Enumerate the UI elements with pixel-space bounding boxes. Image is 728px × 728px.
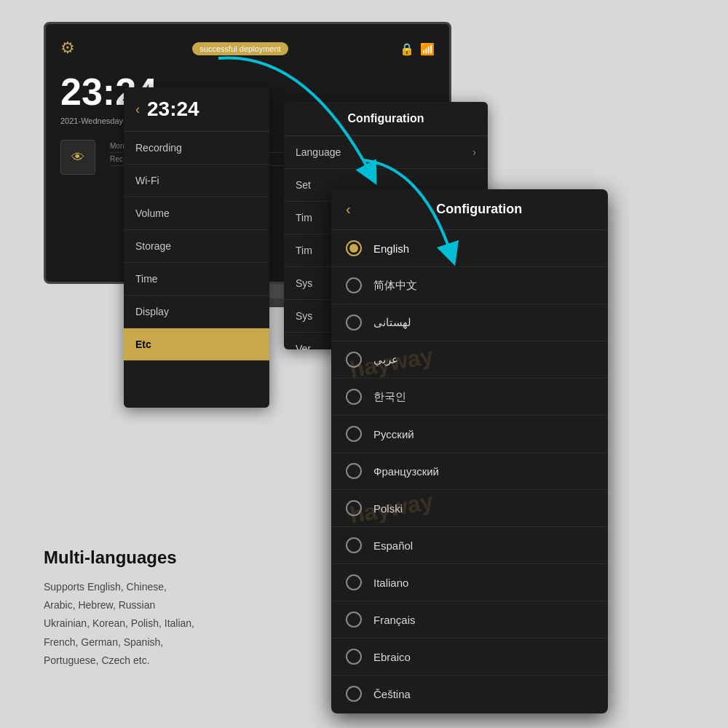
lang-item[interactable]: عربي	[331, 341, 608, 379]
lang-name-label: English	[373, 242, 409, 255]
lang-name-label: 한국인	[373, 390, 406, 404]
menu-item-storage[interactable]: Storage	[124, 230, 269, 263]
lang-item[interactable]: Ebraico	[331, 638, 608, 676]
bottom-description: Supports English, Chinese,Arabic, Hebrew…	[44, 578, 291, 670]
lang-name-label: عربي	[373, 353, 398, 366]
settings-time: 23:24	[147, 98, 199, 121]
lang-name-label: Французский	[373, 465, 439, 478]
lang-name-label: Italiano	[373, 577, 408, 589]
lang-name-label: Français	[373, 614, 416, 626]
lang-panel-title: Configuration	[365, 202, 593, 217]
config-sys1-label: Sys	[296, 277, 312, 289]
radio-button	[346, 314, 362, 331]
radio-button	[346, 649, 362, 665]
radio-button	[346, 500, 362, 516]
menu-item-time[interactable]: Time	[124, 263, 269, 296]
config-set-label: Set	[296, 179, 311, 191]
settings-header: ‹ 23:24	[124, 87, 269, 132]
bottom-title: Multi-languages	[44, 547, 291, 568]
settings-back-icon[interactable]: ‹	[135, 102, 140, 117]
lang-item[interactable]: English	[331, 230, 608, 267]
lang-item[interactable]: Французский	[331, 453, 608, 490]
lang-name-label: Ebraico	[373, 651, 411, 663]
radio-button	[346, 537, 362, 553]
bottom-text-section: Multi-languages Supports English, Chines…	[44, 547, 291, 670]
menu-item-volume[interactable]: Volume	[124, 197, 269, 230]
settings-menu-list: Recording Wi-Fi Volume Storage Time Disp…	[124, 132, 269, 361]
monitor-thumb: 👁	[60, 140, 95, 175]
lang-item[interactable]: 한국인	[331, 379, 608, 416]
lang-name-label: Čeština	[373, 688, 411, 700]
config-item-language[interactable]: Language ›	[284, 136, 488, 169]
lang-name-label: 简体中文	[373, 279, 417, 293]
lang-item[interactable]: Français	[331, 601, 608, 638]
lock-icon: 🔒	[400, 42, 414, 56]
radio-button	[346, 352, 362, 368]
radio-button	[346, 686, 362, 702]
lang-name-label: Polski	[373, 502, 403, 515]
lang-name-label: Español	[373, 539, 413, 552]
lang-item[interactable]: 简体中文	[331, 267, 608, 304]
lang-item[interactable]: لهستانی	[331, 304, 608, 341]
lang-name-label: Русский	[373, 428, 414, 440]
settings-panel: ‹ 23:24 Recording Wi-Fi Volume Storage T…	[124, 87, 269, 408]
config-chevron-right-icon: ›	[472, 146, 476, 158]
radio-button	[346, 426, 362, 442]
lang-item[interactable]: Čeština	[331, 676, 608, 711]
lang-back-button[interactable]: ‹	[346, 201, 351, 218]
radio-button	[346, 277, 362, 293]
menu-item-etc[interactable]: Etc	[124, 328, 269, 361]
lang-item[interactable]: Español	[331, 527, 608, 564]
config-title: Configuration	[284, 102, 488, 136]
gear-icon: ⚙	[60, 39, 81, 59]
lang-name-label: لهستانی	[373, 316, 411, 329]
radio-button	[346, 574, 362, 590]
radio-button	[346, 389, 362, 405]
config-tim2-label: Tim	[296, 245, 312, 256]
config-sys2-label: Sys	[296, 310, 312, 322]
wifi-icon: 📶	[420, 42, 435, 56]
radio-inner-dot	[349, 244, 358, 253]
language-panel: ‹ Configuration English简体中文لهستانیعربي한국…	[331, 189, 608, 713]
config-tim1-label: Tim	[296, 212, 312, 223]
lang-item[interactable]: Русский	[331, 416, 608, 453]
config-language-label: Language	[296, 146, 341, 158]
menu-item-display[interactable]: Display	[124, 296, 269, 328]
radio-button	[346, 612, 362, 628]
language-list: English简体中文لهستانیعربي한국인РусскийФранцузс…	[331, 230, 608, 711]
lang-item[interactable]: Italiano	[331, 564, 608, 601]
menu-item-wifi[interactable]: Wi-Fi	[124, 165, 269, 197]
lang-panel-header: ‹ Configuration	[331, 189, 608, 230]
radio-button	[346, 240, 362, 256]
status-pill: successful deployment	[192, 42, 288, 55]
menu-item-recording[interactable]: Recording	[124, 132, 269, 165]
radio-button	[346, 463, 362, 479]
config-ver-label: Ver	[296, 343, 311, 349]
lang-item[interactable]: Polski	[331, 490, 608, 527]
